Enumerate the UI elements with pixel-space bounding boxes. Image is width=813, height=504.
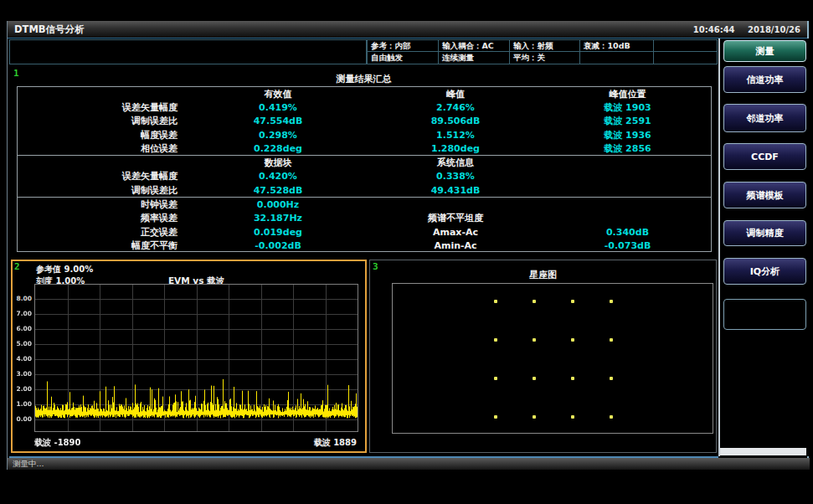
sidebar-button-adjacent-channel-power[interactable]: 邻道功率 xyxy=(723,104,806,132)
y-tick-label: 3.00 xyxy=(13,370,32,378)
cell-value: 0.420% xyxy=(189,171,367,182)
sidebar-button-blank xyxy=(723,299,806,330)
table-row: 误差矢量幅度0.419%2.746%载波 1903 xyxy=(18,100,711,114)
cell-value: Amax-Ac xyxy=(367,227,544,238)
y-tick-label: 7.00 xyxy=(13,310,32,317)
column-header: 有效值 xyxy=(189,88,367,100)
cell-value: 49.431dB xyxy=(367,185,544,196)
panel-marker-2: 2 xyxy=(14,261,20,272)
table-row: 频率误差32.187Hz频谱不平坦度 xyxy=(18,212,711,225)
constellation-point xyxy=(571,377,574,380)
sidebar-button-channel-power[interactable]: 信道功率 xyxy=(723,66,806,93)
settings-display-box xyxy=(9,39,367,64)
cell-value: 0.228deg xyxy=(189,143,367,154)
table-header-row: 有效值峰值峰值位置 xyxy=(18,87,711,100)
cell-value: 47.554dB xyxy=(189,116,367,126)
setting-cell: 连续测量 xyxy=(438,52,509,64)
constellation-plot-box xyxy=(392,283,713,434)
setting-cell xyxy=(579,52,653,64)
row-label: 幅度不平衡 xyxy=(18,239,189,252)
row-label: 相位误差 xyxy=(18,142,189,155)
column-header: 数据块 xyxy=(189,157,367,169)
evm-chart-panel[interactable]: 2 参考值 9.00% 刻度 1.00% EVM vs 载波 8.007.006… xyxy=(11,260,367,453)
cell-value: 频谱不平坦度 xyxy=(367,212,544,224)
row-label: 时钟误差 xyxy=(18,198,189,211)
constellation-panel[interactable]: 3 星座图 xyxy=(369,260,717,453)
cell-value: 0.419% xyxy=(189,102,367,113)
y-tick-label: 8.00 xyxy=(13,295,32,302)
cell-value: 47.528dB xyxy=(189,185,367,196)
table-row: 正交误差0.019degAmax-Ac0.340dB xyxy=(18,225,711,239)
sidebar: 测量信道功率邻道功率CCDF频谱模板调制精度IQ分析 xyxy=(718,39,810,456)
constellation-point xyxy=(533,415,536,419)
column-header: 系统信息 xyxy=(367,157,544,169)
results-panel[interactable]: 1 测量结果汇总 有效值峰值峰值位置误差矢量幅度0.419%2.746%载波 1… xyxy=(11,67,717,257)
sidebar-button-modulation-accuracy[interactable]: 调制精度 xyxy=(723,220,806,246)
cell-value: 2.746% xyxy=(367,102,544,113)
reference-value-label: 参考值 9.00% xyxy=(36,264,93,275)
row-label: 误差矢量幅度 xyxy=(18,170,189,183)
cell-value: 0.338% xyxy=(367,171,544,182)
table-row: 幅度误差0.298%1.512%载波 1936 xyxy=(18,128,711,141)
results-title: 测量结果汇总 xyxy=(11,73,717,85)
y-tick-label: 1.00 xyxy=(13,400,32,408)
constellation-point xyxy=(571,415,574,419)
x-axis-start-label: 载波 -1890 xyxy=(34,437,80,449)
row-label: 频率误差 xyxy=(18,212,189,224)
constellation-point xyxy=(533,377,536,380)
constellation-point xyxy=(610,377,613,380)
y-tick-label: 4.00 xyxy=(13,355,32,363)
y-tick-label: 2.00 xyxy=(13,385,32,393)
time-text: 10:46:44 xyxy=(693,25,735,34)
setting-cell: 输入：射频 xyxy=(509,40,579,52)
setting-cell: 自由触发 xyxy=(368,52,438,64)
constellation-title: 星座图 xyxy=(370,269,716,281)
cell-value: 载波 2591 xyxy=(544,115,711,127)
sidebar-button-measure[interactable]: 测量 xyxy=(723,40,806,62)
constellation-point xyxy=(610,415,613,419)
column-header: 峰值 xyxy=(367,88,544,100)
table-header-row: 数据块系统信息 xyxy=(18,156,711,169)
constellation-point xyxy=(533,338,536,342)
setting-cell: 输入耦合：AC xyxy=(438,40,509,52)
constellation-point xyxy=(494,415,497,419)
app-title: DTMB信号分析 xyxy=(14,23,85,36)
table-row: 相位误差0.228deg1.280deg载波 2856 xyxy=(18,141,711,155)
table-row: 调制误差比47.554dB89.506dB载波 2591 xyxy=(18,115,711,128)
main-area: 1 测量结果汇总 有效值峰值峰值位置误差矢量幅度0.419%2.746%载波 1… xyxy=(9,65,718,458)
table-row: 误差矢量幅度0.420%0.338% xyxy=(18,170,711,183)
row-label: 正交误差 xyxy=(18,226,189,239)
constellation-point xyxy=(610,338,613,342)
row-label: 调制误差比 xyxy=(18,115,189,127)
cell-value: -0.073dB xyxy=(544,240,711,251)
status-text: 测量中... xyxy=(13,459,44,468)
table-section: 数据块系统信息误差矢量幅度0.420%0.338%调制误差比47.528dB49… xyxy=(18,155,711,197)
table-row: 调制误差比47.528dB49.431dB xyxy=(18,183,711,197)
evm-trace-canvas xyxy=(35,285,358,431)
cell-value: 载波 1936 xyxy=(544,129,711,141)
row-label: 误差矢量幅度 xyxy=(18,101,189,114)
constellation-point xyxy=(571,338,574,342)
sidebar-button-spectrum-mask[interactable]: 频谱模板 xyxy=(723,182,806,208)
sidebar-button-iq-analysis[interactable]: IQ分析 xyxy=(723,258,806,285)
constellation-point xyxy=(494,338,497,342)
sidebar-button-ccdf[interactable]: CCDF xyxy=(723,143,806,170)
clock: 10:46:44 2018/10/26 xyxy=(683,25,800,34)
cell-value: 1.280deg xyxy=(367,143,544,154)
setting-cell: 平均：关 xyxy=(509,52,579,64)
cell-value: 32.187Hz xyxy=(189,213,367,224)
table-section: 有效值峰值峰值位置误差矢量幅度0.419%2.746%载波 1903调制误差比4… xyxy=(18,87,711,155)
status-bar: 测量中... xyxy=(8,458,810,470)
constellation-point xyxy=(494,377,497,380)
cell-value: 0.340dB xyxy=(544,227,711,238)
panel-marker-3: 3 xyxy=(373,261,378,272)
constellation-point xyxy=(610,300,613,303)
y-tick-label: 0.00 xyxy=(13,415,32,423)
setting-cell: 参考：内部 xyxy=(368,40,438,52)
cell-value: 0.019deg xyxy=(189,227,367,238)
evm-plot-area xyxy=(34,284,358,432)
settings-grid: 参考：内部输入耦合：AC输入：射频衰减：10dB自由触发连续测量平均：关 xyxy=(367,39,718,64)
table-row: 幅度不平衡-0.002dBAmin-Ac-0.073dB xyxy=(18,239,711,252)
title-bar: DTMB信号分析 10:46:44 2018/10/26 xyxy=(8,21,807,39)
analyzer-window: DTMB信号分析 10:46:44 2018/10/26 参考：内部输入耦合：A… xyxy=(7,21,809,470)
